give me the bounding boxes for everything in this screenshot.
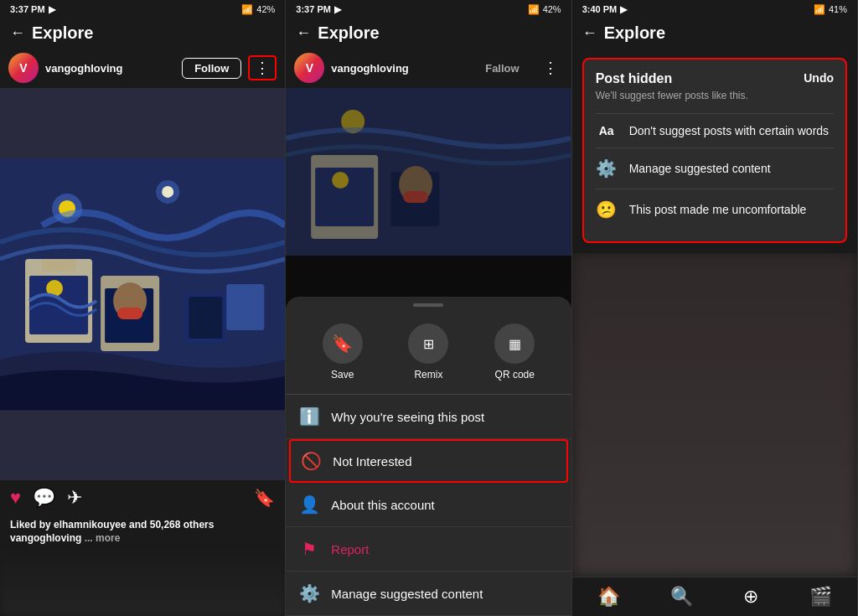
post-header-2: V vangoghloving Fallow ⋮ (286, 48, 571, 88)
nav-title-3: Explore (604, 23, 847, 43)
svg-point-4 (162, 186, 173, 198)
svg-rect-12 (117, 308, 142, 319)
qr-action-label: QR code (495, 369, 535, 380)
about-account-text: About this account (331, 498, 434, 512)
bookmark-icon-1[interactable]: 🔖 (254, 488, 275, 508)
post-header-1: V vangoghloving Follow ⋮ (0, 48, 285, 88)
action-bar-1: ♥ 💬 ✈ 🔖 (0, 480, 285, 515)
post-info-1: Liked by elhamnikouyee and 50,268 others… (0, 515, 285, 549)
post-image-2 (286, 88, 571, 256)
top-nav-1: ← Explore (0, 18, 285, 48)
status-bar-2: 3:37 PM ▶ 📶 42% (286, 0, 571, 18)
status-icons-1: 📶 42% (241, 4, 275, 15)
save-action-label: Save (331, 369, 354, 380)
avatar-2[interactable]: V (294, 53, 324, 83)
bottom-sheet: 🔖 Save ⊞ Remix ▦ QR code ℹ️ Why you're s… (286, 297, 571, 616)
not-interested-text: Not Interested (333, 454, 411, 468)
report-icon: ⚑ (299, 539, 319, 559)
blurred-content-1 (0, 549, 285, 616)
blurred-post (572, 253, 857, 577)
report-text: Report (331, 542, 369, 556)
search-nav-icon[interactable]: 🔍 (670, 586, 693, 608)
manage-content-item[interactable]: ⚙️ Manage suggested content (286, 572, 571, 616)
top-nav-3: ← Explore (572, 18, 857, 48)
not-interested-icon: 🚫 (301, 451, 321, 471)
post-hidden-card: Post hidden Undo We'll suggest fewer pos… (582, 58, 847, 243)
username-2[interactable]: vangoghloving (331, 62, 467, 75)
manage-icon: ⚙️ (299, 583, 319, 603)
report-item[interactable]: ⚑ Report (286, 527, 571, 572)
text-icon: Aa (596, 124, 618, 137)
manage-suggested-option[interactable]: ⚙️ Manage suggested content (596, 148, 834, 189)
save-action[interactable]: 🔖 Save (323, 324, 363, 380)
svg-point-20 (332, 172, 349, 189)
avatar-1[interactable]: V (8, 53, 39, 83)
svg-rect-14 (189, 297, 222, 339)
remix-action[interactable]: ⊞ Remix (408, 324, 448, 380)
post-hidden-title: Post hidden (596, 71, 673, 86)
username-1[interactable]: vangoghloving (45, 62, 175, 75)
more-button-2[interactable]: ⋮ (538, 57, 563, 79)
sheet-handle (413, 303, 443, 307)
uncomfortable-option[interactable]: 😕 This post made me uncomfortable (596, 189, 834, 230)
post-below (572, 253, 857, 577)
comment-icon-1[interactable]: 💬 (33, 487, 55, 509)
svg-rect-23 (403, 191, 428, 203)
dont-suggest-words-option[interactable]: Aa Don't suggest posts with certain word… (596, 113, 834, 148)
info-icon: ℹ️ (299, 406, 319, 427)
why-seeing-item[interactable]: ℹ️ Why you're seeing this post (286, 395, 571, 439)
manage-content-text: Manage suggested content (331, 587, 483, 601)
save-action-icon: 🔖 (323, 324, 363, 364)
account-icon: 👤 (299, 494, 319, 515)
uncomfortable-icon: 😕 (596, 199, 618, 220)
reels-icon[interactable]: 🎬 (809, 586, 832, 608)
nav-title-1: Explore (32, 23, 275, 43)
manage-suggested-text: Manage suggested content (629, 162, 771, 175)
manage-suggested-icon: ⚙️ (596, 158, 618, 179)
panel-3: 3:40 PM ▶ 📶 41% ← Explore Post hidden Un… (572, 0, 858, 616)
not-interested-item[interactable]: 🚫 Not Interested (289, 439, 567, 483)
sheet-actions: 🔖 Save ⊞ Remix ▦ QR code (286, 317, 571, 395)
add-icon[interactable]: ⊕ (743, 586, 758, 608)
status-bar-1: 3:37 PM ▶ 📶 42% (0, 0, 285, 18)
follow-button-2[interactable]: Fallow (473, 59, 530, 78)
uncomfortable-text: This post made me uncomfortable (629, 203, 807, 216)
status-bar-3: 3:40 PM ▶ 📶 41% (572, 0, 857, 18)
more-button-1[interactable]: ⋮ (248, 55, 277, 80)
svg-rect-15 (226, 284, 264, 330)
about-account-item[interactable]: 👤 About this account (286, 483, 571, 527)
qr-action-icon: ▦ (494, 324, 535, 364)
home-icon[interactable]: 🏠 (597, 586, 620, 608)
caption-1: vangoghloving ... more (10, 532, 275, 544)
post-hidden-subtitle: We'll suggest fewer posts like this. (596, 90, 834, 101)
why-seeing-text: Why you're seeing this post (331, 410, 484, 424)
remix-action-label: Remix (414, 369, 442, 380)
qr-action[interactable]: ▦ QR code (494, 324, 535, 380)
follow-button-1[interactable]: Follow (182, 58, 241, 79)
share-icon-1[interactable]: ✈ (67, 487, 82, 509)
svg-rect-6 (42, 259, 75, 272)
remix-action-icon: ⊞ (408, 324, 448, 364)
post-hidden-header: Post hidden Undo (596, 71, 834, 86)
panel-2: 3:37 PM ▶ 📶 42% ← Explore V vangoghlovin… (286, 0, 571, 616)
panel-1: 3:37 PM ▶ 📶 42% ← Explore V vangoghlovin… (0, 0, 286, 616)
like-icon-1[interactable]: ♥ (10, 487, 21, 509)
back-button-3[interactable]: ← (582, 24, 597, 42)
top-nav-2: ← Explore (286, 18, 571, 48)
bottom-nav-3: 🏠 🔍 ⊕ 🎬 (572, 577, 857, 616)
back-button-1[interactable]: ← (10, 24, 25, 42)
status-time-1: 3:37 PM ▶ (10, 4, 55, 15)
dont-suggest-words-text: Don't suggest posts with certain words (629, 124, 829, 137)
liked-by-1: Liked by elhamnikouyee and 50,268 others (10, 519, 275, 531)
post-image-1 (0, 88, 285, 480)
undo-button[interactable]: Undo (804, 71, 834, 85)
nav-title-2: Explore (318, 23, 561, 43)
back-button-2[interactable]: ← (296, 24, 311, 42)
